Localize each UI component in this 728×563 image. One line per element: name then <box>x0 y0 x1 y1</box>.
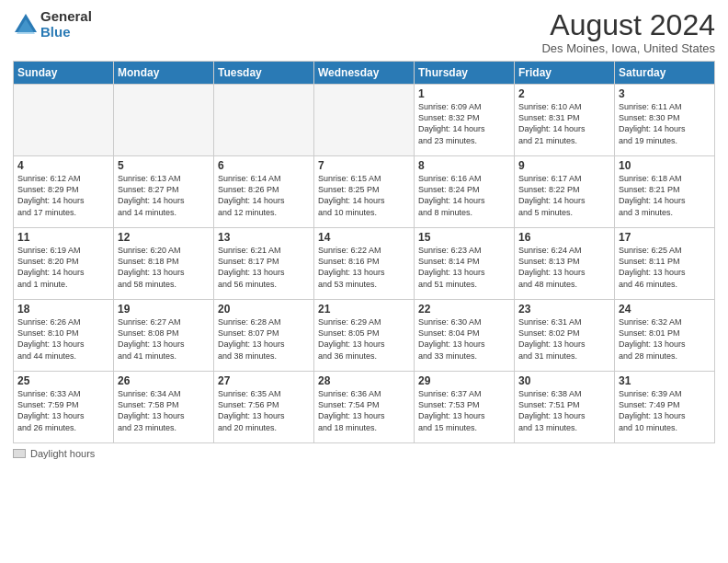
day-number: 22 <box>418 303 510 316</box>
day-number: 20 <box>218 303 310 316</box>
calendar-cell: 7Sunrise: 6:15 AM Sunset: 8:25 PM Daylig… <box>314 156 415 228</box>
day-number: 5 <box>118 159 210 172</box>
calendar-cell: 5Sunrise: 6:13 AM Sunset: 8:27 PM Daylig… <box>114 156 214 228</box>
weekday-header-friday: Friday <box>515 62 615 85</box>
day-info: Sunrise: 6:14 AM Sunset: 8:26 PM Dayligh… <box>218 173 310 218</box>
day-info: Sunrise: 6:34 AM Sunset: 7:58 PM Dayligh… <box>118 388 210 433</box>
day-number: 28 <box>318 374 410 387</box>
calendar-subtitle: Des Moines, Iowa, United States <box>541 41 715 55</box>
day-info: Sunrise: 6:33 AM Sunset: 7:59 PM Dayligh… <box>17 388 109 433</box>
day-info: Sunrise: 6:13 AM Sunset: 8:27 PM Dayligh… <box>118 173 210 218</box>
weekday-header-tuesday: Tuesday <box>214 62 314 85</box>
day-number: 6 <box>218 159 310 172</box>
logo-icon <box>13 12 39 38</box>
day-number: 19 <box>118 303 210 316</box>
day-number: 30 <box>518 374 610 387</box>
calendar-week-4: 18Sunrise: 6:26 AM Sunset: 8:10 PM Dayli… <box>14 300 715 372</box>
calendar-cell: 6Sunrise: 6:14 AM Sunset: 8:26 PM Daylig… <box>214 156 314 228</box>
calendar-cell: 27Sunrise: 6:35 AM Sunset: 7:56 PM Dayli… <box>214 372 314 443</box>
day-info: Sunrise: 6:10 AM Sunset: 8:31 PM Dayligh… <box>518 101 610 146</box>
calendar-cell: 13Sunrise: 6:21 AM Sunset: 8:17 PM Dayli… <box>214 228 314 300</box>
day-number: 26 <box>118 374 210 387</box>
footer-label: Daylight hours <box>30 448 95 459</box>
calendar-cell: 2Sunrise: 6:10 AM Sunset: 8:31 PM Daylig… <box>515 85 615 156</box>
day-number: 27 <box>218 374 310 387</box>
day-number: 13 <box>218 231 310 244</box>
calendar-cell: 1Sunrise: 6:09 AM Sunset: 8:32 PM Daylig… <box>415 85 515 156</box>
calendar-cell: 24Sunrise: 6:32 AM Sunset: 8:01 PM Dayli… <box>615 300 715 372</box>
day-info: Sunrise: 6:11 AM Sunset: 8:30 PM Dayligh… <box>619 101 711 146</box>
weekday-header-thursday: Thursday <box>415 62 515 85</box>
day-number: 15 <box>418 231 510 244</box>
calendar-cell: 14Sunrise: 6:22 AM Sunset: 8:16 PM Dayli… <box>314 228 415 300</box>
calendar-cell: 30Sunrise: 6:38 AM Sunset: 7:51 PM Dayli… <box>515 372 615 443</box>
day-number: 14 <box>318 231 410 244</box>
calendar-cell: 8Sunrise: 6:16 AM Sunset: 8:24 PM Daylig… <box>415 156 515 228</box>
calendar-cell: 11Sunrise: 6:19 AM Sunset: 8:20 PM Dayli… <box>14 228 114 300</box>
calendar-cell: 16Sunrise: 6:24 AM Sunset: 8:13 PM Dayli… <box>515 228 615 300</box>
header: General Blue August 2024 Des Moines, Iow… <box>13 9 715 55</box>
day-info: Sunrise: 6:39 AM Sunset: 7:49 PM Dayligh… <box>619 388 711 433</box>
calendar-cell: 20Sunrise: 6:28 AM Sunset: 8:07 PM Dayli… <box>214 300 314 372</box>
calendar-cell <box>214 85 314 156</box>
calendar-cell: 3Sunrise: 6:11 AM Sunset: 8:30 PM Daylig… <box>615 85 715 156</box>
day-number: 25 <box>17 374 109 387</box>
day-number: 17 <box>619 231 711 244</box>
day-number: 2 <box>518 87 610 100</box>
day-number: 21 <box>318 303 410 316</box>
calendar-cell <box>114 85 214 156</box>
day-info: Sunrise: 6:21 AM Sunset: 8:17 PM Dayligh… <box>218 245 310 290</box>
day-info: Sunrise: 6:29 AM Sunset: 8:05 PM Dayligh… <box>318 316 410 362</box>
day-info: Sunrise: 6:12 AM Sunset: 8:29 PM Dayligh… <box>17 173 109 218</box>
day-info: Sunrise: 6:22 AM Sunset: 8:16 PM Dayligh… <box>318 245 410 290</box>
day-info: Sunrise: 6:36 AM Sunset: 7:54 PM Dayligh… <box>318 388 410 433</box>
day-number: 24 <box>619 303 711 316</box>
calendar-title: August 2024 <box>541 9 715 41</box>
calendar-cell <box>14 85 114 156</box>
calendar-cell: 19Sunrise: 6:27 AM Sunset: 8:08 PM Dayli… <box>114 300 214 372</box>
calendar-cell: 28Sunrise: 6:36 AM Sunset: 7:54 PM Dayli… <box>314 372 415 443</box>
day-number: 10 <box>619 159 711 172</box>
calendar-cell: 4Sunrise: 6:12 AM Sunset: 8:29 PM Daylig… <box>14 156 114 228</box>
logo-text: General Blue <box>40 9 92 40</box>
day-info: Sunrise: 6:28 AM Sunset: 8:07 PM Dayligh… <box>218 316 310 362</box>
day-info: Sunrise: 6:20 AM Sunset: 8:18 PM Dayligh… <box>118 245 210 290</box>
day-number: 3 <box>619 87 711 100</box>
calendar-cell: 25Sunrise: 6:33 AM Sunset: 7:59 PM Dayli… <box>14 372 114 443</box>
footer: Daylight hours <box>13 448 715 459</box>
calendar-week-1: 1Sunrise: 6:09 AM Sunset: 8:32 PM Daylig… <box>14 85 715 156</box>
calendar-cell: 10Sunrise: 6:18 AM Sunset: 8:21 PM Dayli… <box>615 156 715 228</box>
day-info: Sunrise: 6:30 AM Sunset: 8:04 PM Dayligh… <box>418 316 510 362</box>
calendar-cell: 15Sunrise: 6:23 AM Sunset: 8:14 PM Dayli… <box>415 228 515 300</box>
calendar-cell: 22Sunrise: 6:30 AM Sunset: 8:04 PM Dayli… <box>415 300 515 372</box>
day-info: Sunrise: 6:09 AM Sunset: 8:32 PM Dayligh… <box>418 101 510 146</box>
weekday-header-sunday: Sunday <box>14 62 114 85</box>
calendar-cell: 23Sunrise: 6:31 AM Sunset: 8:02 PM Dayli… <box>515 300 615 372</box>
day-info: Sunrise: 6:37 AM Sunset: 7:53 PM Dayligh… <box>418 388 510 433</box>
weekday-header-monday: Monday <box>114 62 214 85</box>
logo-blue: Blue <box>40 25 92 40</box>
day-info: Sunrise: 6:27 AM Sunset: 8:08 PM Dayligh… <box>118 316 210 362</box>
day-number: 23 <box>518 303 610 316</box>
calendar-cell: 29Sunrise: 6:37 AM Sunset: 7:53 PM Dayli… <box>415 372 515 443</box>
title-block: August 2024 Des Moines, Iowa, United Sta… <box>541 9 715 55</box>
calendar-cell: 18Sunrise: 6:26 AM Sunset: 8:10 PM Dayli… <box>14 300 114 372</box>
day-info: Sunrise: 6:24 AM Sunset: 8:13 PM Dayligh… <box>518 245 610 290</box>
calendar-table: SundayMondayTuesdayWednesdayThursdayFrid… <box>13 61 715 443</box>
calendar-week-3: 11Sunrise: 6:19 AM Sunset: 8:20 PM Dayli… <box>14 228 715 300</box>
weekday-header-wednesday: Wednesday <box>314 62 415 85</box>
calendar-cell: 31Sunrise: 6:39 AM Sunset: 7:49 PM Dayli… <box>615 372 715 443</box>
weekday-header-row: SundayMondayTuesdayWednesdayThursdayFrid… <box>14 62 715 85</box>
day-number: 31 <box>619 374 711 387</box>
calendar-cell: 21Sunrise: 6:29 AM Sunset: 8:05 PM Dayli… <box>314 300 415 372</box>
day-info: Sunrise: 6:35 AM Sunset: 7:56 PM Dayligh… <box>218 388 310 433</box>
day-info: Sunrise: 6:23 AM Sunset: 8:14 PM Dayligh… <box>418 245 510 290</box>
day-info: Sunrise: 6:26 AM Sunset: 8:10 PM Dayligh… <box>17 316 109 362</box>
day-info: Sunrise: 6:25 AM Sunset: 8:11 PM Dayligh… <box>619 245 711 290</box>
day-number: 29 <box>418 374 510 387</box>
day-number: 9 <box>518 159 610 172</box>
daylight-legend-box <box>13 449 26 458</box>
calendar-cell: 17Sunrise: 6:25 AM Sunset: 8:11 PM Dayli… <box>615 228 715 300</box>
day-number: 12 <box>118 231 210 244</box>
day-number: 7 <box>318 159 410 172</box>
